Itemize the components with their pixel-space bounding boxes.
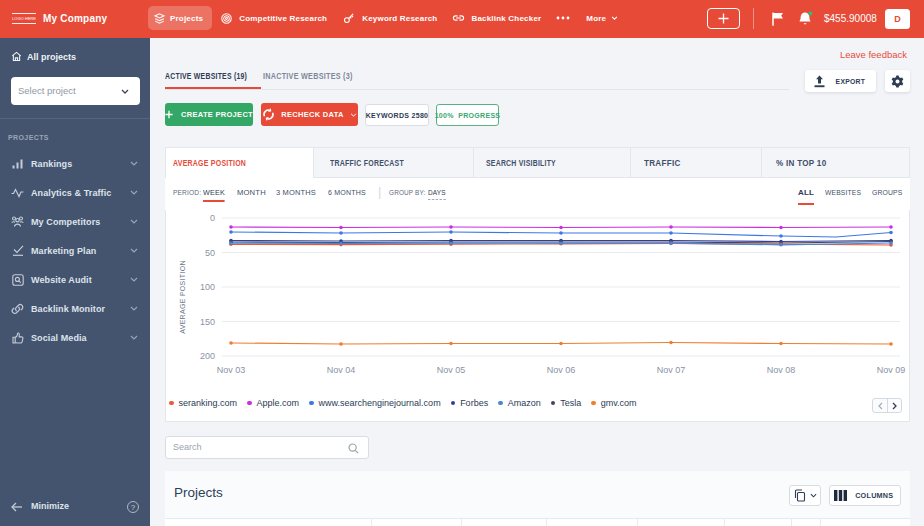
svg-text:150: 150 — [200, 317, 215, 327]
svg-text:Nov 04: Nov 04 — [327, 365, 356, 375]
svg-text:Nov 07: Nov 07 — [657, 365, 686, 375]
svg-text:AVERAGE POSITION: AVERAGE POSITION — [179, 260, 186, 334]
svg-text:Nov 08: Nov 08 — [767, 365, 796, 375]
svg-text:Nov 06: Nov 06 — [547, 365, 576, 375]
svg-text:Nov 03: Nov 03 — [217, 365, 246, 375]
svg-text:100: 100 — [200, 282, 215, 292]
svg-text:0: 0 — [210, 213, 215, 223]
svg-text:Nov 09: Nov 09 — [877, 365, 906, 375]
svg-text:50: 50 — [205, 248, 215, 258]
svg-text:200: 200 — [200, 351, 215, 361]
svg-text:Nov 05: Nov 05 — [437, 365, 466, 375]
